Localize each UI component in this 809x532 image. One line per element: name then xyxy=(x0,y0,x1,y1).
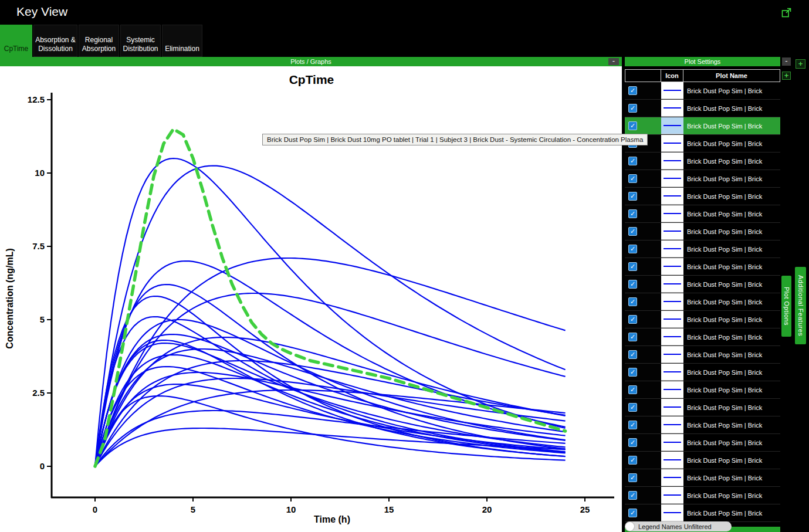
plot-name-cell[interactable]: Brick Dust Pop Sim | Brick xyxy=(683,399,780,416)
row-checkbox[interactable]: ✓ xyxy=(628,473,637,482)
table-row[interactable]: ✓Brick Dust Pop Sim | Brick xyxy=(625,469,780,487)
row-checkbox[interactable]: ✓ xyxy=(628,385,637,394)
row-checkbox[interactable]: ✓ xyxy=(628,297,637,306)
toggle-knob[interactable] xyxy=(625,522,634,531)
table-row[interactable]: ✓Brick Dust Pop Sim | Brick xyxy=(625,487,780,504)
row-checkbox[interactable]: ✓ xyxy=(628,421,637,429)
legend-line-icon xyxy=(664,160,681,161)
tab-systemic-distribution[interactable]: Systemic Distribution xyxy=(120,25,161,57)
row-checkbox[interactable]: ✓ xyxy=(628,86,637,95)
plot-name-cell[interactable]: Brick Dust Pop Sim | Brick xyxy=(683,293,780,310)
row-checkbox[interactable]: ✓ xyxy=(628,209,637,218)
row-checkbox[interactable]: ✓ xyxy=(628,333,637,341)
row-icon-cell xyxy=(661,399,683,416)
table-row[interactable]: ✓Brick Dust Pop Sim | Brick xyxy=(625,416,780,434)
table-row[interactable]: ✓Brick Dust Pop Sim | Brick xyxy=(625,258,780,276)
expand-plot-options-button[interactable]: + xyxy=(782,72,791,80)
table-row[interactable]: ✓Brick Dust Pop Sim | Brick xyxy=(625,346,780,364)
row-checkbox[interactable]: ✓ xyxy=(628,192,637,201)
table-row[interactable]: ✓Brick Dust Pop Sim | Brick xyxy=(625,188,780,205)
table-row[interactable]: ✓Brick Dust Pop Sim | Brick xyxy=(625,153,780,170)
plot-name-cell[interactable]: Brick Dust Pop Sim | Brick xyxy=(683,381,780,398)
plot-name-cell[interactable]: Brick Dust Pop Sim | Brick xyxy=(683,188,780,205)
row-icon-cell xyxy=(661,153,683,170)
row-checkbox[interactable]: ✓ xyxy=(628,491,637,500)
row-checkbox[interactable]: ✓ xyxy=(628,245,637,253)
plot-name-cell[interactable]: Brick Dust Pop Sim | Brick xyxy=(683,117,780,134)
plot-name-cell[interactable]: Brick Dust Pop Sim | Brick xyxy=(683,328,780,345)
row-icon-cell xyxy=(661,381,683,398)
row-check-cell: ✓ xyxy=(625,364,661,381)
plot-name-cell[interactable]: Brick Dust Pop Sim | Brick xyxy=(683,364,780,381)
row-checkbox[interactable]: ✓ xyxy=(628,104,637,113)
row-icon-cell xyxy=(661,258,683,275)
plot-name-cell[interactable]: Brick Dust Pop Sim | Brick xyxy=(683,153,780,170)
expand-additional-features-button[interactable]: + xyxy=(796,59,805,69)
table-row[interactable]: ✓Brick Dust Pop Sim | Brick xyxy=(625,170,780,188)
plot-name-cell[interactable]: Brick Dust Pop Sim | Brick xyxy=(683,311,780,328)
tab-elimination[interactable]: Elimination xyxy=(162,25,202,57)
table-row[interactable]: ✓Brick Dust Pop Sim | Brick xyxy=(625,223,780,240)
table-row[interactable]: ✓Brick Dust Pop Sim | Brick xyxy=(625,328,780,346)
table-row[interactable]: ✓Brick Dust Pop Sim | Brick xyxy=(625,82,780,100)
table-row[interactable]: ✓Brick Dust Pop Sim | Brick xyxy=(625,205,780,223)
row-checkbox[interactable]: ✓ xyxy=(628,227,637,236)
row-checkbox[interactable]: ✓ xyxy=(628,438,637,447)
plot-name-cell[interactable]: Brick Dust Pop Sim | Brick xyxy=(683,170,780,187)
plot-name-cell[interactable]: Brick Dust Pop Sim | Brick xyxy=(683,100,780,117)
row-checkbox[interactable]: ✓ xyxy=(628,368,637,377)
plot-name-cell[interactable]: Brick Dust Pop Sim | Brick xyxy=(683,223,780,240)
tab-regional-absorption[interactable]: Regional Absorption xyxy=(79,25,119,57)
plot-options-tab[interactable]: Plot Options xyxy=(781,276,791,337)
row-icon-cell xyxy=(661,170,683,187)
row-checkbox[interactable]: ✓ xyxy=(628,174,637,183)
plot-name-cell[interactable]: Brick Dust Pop Sim | Brick xyxy=(683,135,780,152)
table-row[interactable]: ✓Brick Dust Pop Sim | Brick xyxy=(625,293,780,311)
collapse-plots-button[interactable]: - xyxy=(608,58,619,65)
table-row[interactable]: ✓Brick Dust Pop Sim | Brick xyxy=(625,381,780,399)
plot-name-cell[interactable]: Brick Dust Pop Sim | Brick xyxy=(683,434,780,451)
table-row[interactable]: ✓Brick Dust Pop Sim | Brick xyxy=(625,117,780,135)
row-checkbox[interactable]: ✓ xyxy=(628,262,637,271)
legend-names-toggle[interactable]: Legend Names Unfiltered xyxy=(625,521,732,531)
plot-name-cell[interactable]: Brick Dust Pop Sim | Brick xyxy=(683,205,780,222)
row-checkbox[interactable]: ✓ xyxy=(628,403,637,412)
row-checkbox[interactable]: ✓ xyxy=(628,157,637,165)
open-external-icon[interactable] xyxy=(781,8,791,18)
legend-line-icon xyxy=(664,248,681,249)
table-row[interactable]: ✓Brick Dust Pop Sim | Brick xyxy=(625,311,780,328)
row-checkbox[interactable]: ✓ xyxy=(628,280,637,289)
table-row[interactable]: ✓Brick Dust Pop Sim | Brick xyxy=(625,434,780,452)
table-row[interactable]: ✓Brick Dust Pop Sim | Brick xyxy=(625,100,780,117)
table-row[interactable]: ✓Brick Dust Pop Sim | Brick xyxy=(625,452,780,469)
plot-name-cell[interactable]: Brick Dust Pop Sim | Brick xyxy=(683,416,780,433)
tab-absorption-dissolution[interactable]: Absorption & Dissolution xyxy=(33,25,77,57)
row-checkbox[interactable]: ✓ xyxy=(628,456,637,465)
plot-name-cell[interactable]: Brick Dust Pop Sim | Brick xyxy=(683,276,780,293)
collapse-plot-settings-button[interactable]: - xyxy=(782,57,791,66)
row-checkbox[interactable]: ✓ xyxy=(628,121,637,130)
row-icon-cell xyxy=(661,82,683,99)
plot-name-cell[interactable]: Brick Dust Pop Sim | Brick xyxy=(683,487,780,504)
plot-name-cell[interactable]: Brick Dust Pop Sim | Brick xyxy=(683,258,780,275)
row-checkbox[interactable]: ✓ xyxy=(628,315,637,324)
plot-name-cell[interactable]: Brick Dust Pop Sim | Brick xyxy=(683,452,780,469)
table-row[interactable]: ✓Brick Dust Pop Sim | Brick xyxy=(625,276,780,293)
additional-features-tab[interactable]: Additional Features xyxy=(795,267,806,344)
table-row[interactable]: ✓Brick Dust Pop Sim | Brick xyxy=(625,364,780,381)
row-checkbox[interactable]: ✓ xyxy=(628,350,637,359)
plot-name-cell[interactable]: Brick Dust Pop Sim | Brick xyxy=(683,346,780,363)
legend-line-icon xyxy=(664,178,681,179)
table-row[interactable]: ✓Brick Dust Pop Sim | Brick xyxy=(625,399,780,416)
tab-cptime[interactable]: CpTime xyxy=(0,25,32,57)
table-row[interactable]: ✓Brick Dust Pop Sim | Brick xyxy=(625,240,780,258)
table-row[interactable]: ✓Brick Dust Pop Sim | Brick xyxy=(625,504,780,522)
row-icon-cell xyxy=(661,240,683,257)
table-row[interactable]: ✓Brick Dust Pop Sim | Brick xyxy=(625,135,780,153)
chart-tooltip: Brick Dust Pop Sim | Brick Dust 10mg PO … xyxy=(262,134,648,145)
plot-name-cell[interactable]: Brick Dust Pop Sim | Brick xyxy=(683,504,780,521)
plot-name-cell[interactable]: Brick Dust Pop Sim | Brick xyxy=(683,82,780,99)
plot-name-cell[interactable]: Brick Dust Pop Sim | Brick xyxy=(683,240,780,257)
plot-name-cell[interactable]: Brick Dust Pop Sim | Brick xyxy=(683,469,780,486)
row-checkbox[interactable]: ✓ xyxy=(628,509,637,517)
